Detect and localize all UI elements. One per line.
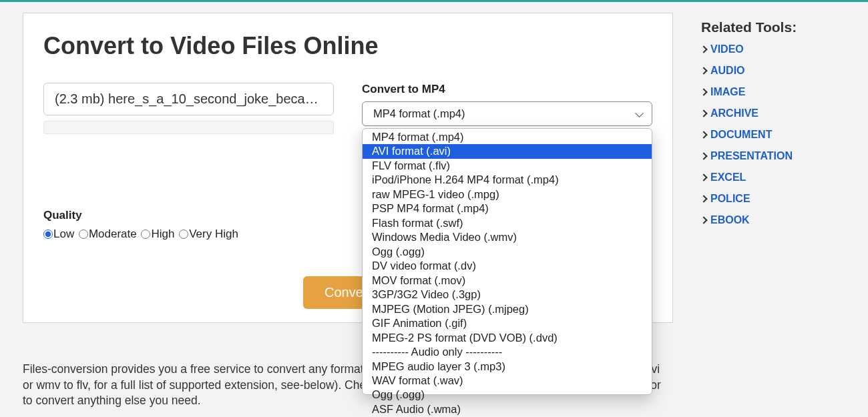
format-option[interactable]: MPEG-2 PS format (DVD VOB) (.dvd): [363, 331, 652, 345]
chevron-right-icon: [700, 131, 707, 138]
format-option[interactable]: DV video format (.dv): [363, 259, 652, 273]
format-option[interactable]: MJPEG (Motion JPEG) (.mjpeg): [363, 302, 652, 316]
chevron-right-icon: [700, 173, 707, 181]
quality-label: Quality: [43, 209, 334, 222]
quality-option-very-high[interactable]: Very High: [179, 228, 238, 241]
radio-low[interactable]: [43, 230, 53, 239]
upload-progress-bar: [43, 121, 334, 134]
format-option[interactable]: raw MPEG-1 video (.mpg): [363, 187, 652, 201]
format-option[interactable]: Ogg (.ogg): [363, 388, 652, 402]
chevron-right-icon: [700, 67, 707, 74]
chevron-right-icon: [700, 45, 707, 53]
chevron-right-icon: [700, 109, 707, 117]
sidebar-item-excel[interactable]: EXCEL: [701, 171, 845, 183]
format-option[interactable]: 3GP/3G2 Video (.3gp): [363, 288, 652, 302]
format-option[interactable]: Ogg (.ogg): [363, 245, 652, 259]
convert-to-label: Convert to MP4: [362, 83, 652, 96]
sidebar-item-image[interactable]: IMAGE: [701, 86, 845, 98]
format-option[interactable]: WAV format (.wav): [363, 374, 652, 388]
sidebar-item-document[interactable]: DOCUMENT: [701, 129, 845, 141]
chevron-right-icon: [700, 88, 707, 95]
sidebar-item-police[interactable]: POLICE: [701, 193, 845, 205]
format-option[interactable]: ASF Audio (.wma): [363, 402, 652, 416]
sidebar-item-label: ARCHIVE: [710, 107, 758, 119]
format-option[interactable]: iPod/iPhone H.264 MP4 format (.mp4): [363, 173, 652, 187]
sidebar-item-label: DOCUMENT: [710, 129, 772, 141]
sidebar-item-label: EBOOK: [710, 214, 750, 226]
sidebar-item-label: EXCEL: [710, 171, 746, 183]
format-option[interactable]: MP4 format (.mp4): [363, 130, 652, 144]
format-option[interactable]: Windows Media Video (.wmv): [363, 230, 652, 244]
sidebar-item-label: PRESENTATION: [710, 150, 793, 162]
sidebar-item-presentation[interactable]: PRESENTATION: [701, 150, 845, 162]
selected-file-box[interactable]: (2.3 mb) here_s_a_10_second_joke_becau…: [43, 83, 334, 115]
sidebar-item-ebook[interactable]: EBOOK: [701, 214, 845, 226]
format-option[interactable]: ---------- Audio only ----------: [363, 345, 652, 359]
quality-option-moderate[interactable]: Moderate: [79, 228, 137, 241]
quality-option-high[interactable]: High: [141, 228, 174, 241]
sidebar-title: Related Tools:: [701, 19, 845, 35]
sidebar-item-label: VIDEO: [710, 43, 744, 55]
sidebar-item-video[interactable]: VIDEO: [701, 43, 845, 55]
chevron-right-icon: [700, 152, 707, 159]
format-option[interactable]: AVI format (.avi): [363, 144, 652, 158]
quality-option-low[interactable]: Low: [43, 228, 74, 241]
related-tools-sidebar: Related Tools: VIDEOAUDIOIMAGEARCHIVEDOC…: [701, 13, 845, 236]
sidebar-item-label: IMAGE: [710, 86, 745, 98]
format-option[interactable]: GIF Animation (.gif): [363, 316, 652, 330]
format-option[interactable]: Flash format (.swf): [363, 216, 652, 230]
radio-very-high[interactable]: [179, 230, 188, 239]
format-option[interactable]: FLV format (.flv): [363, 159, 652, 173]
convert-card: Convert to Video Files Online (2.3 mb) h…: [23, 13, 673, 323]
sidebar-item-label: POLICE: [710, 193, 750, 205]
sidebar-item-archive[interactable]: ARCHIVE: [701, 107, 845, 119]
radio-high[interactable]: [141, 230, 150, 239]
chevron-right-icon: [700, 216, 707, 224]
format-select[interactable]: MP4 format (.mp4): [362, 101, 652, 126]
radio-moderate[interactable]: [79, 230, 88, 239]
page-title: Convert to Video Files Online: [43, 32, 652, 60]
sidebar-item-audio[interactable]: AUDIO: [701, 65, 845, 77]
chevron-right-icon: [700, 195, 707, 202]
quality-radio-group: Low Moderate High Very High: [43, 228, 334, 242]
format-option[interactable]: PSP MP4 format (.mp4): [363, 201, 652, 216]
format-select-wrap: MP4 format (.mp4) MP4 format (.mp4)AVI f…: [362, 101, 652, 126]
format-option[interactable]: MPEG audio layer 3 (.mp3): [363, 360, 652, 374]
sidebar-item-label: AUDIO: [710, 65, 745, 77]
format-option[interactable]: MOV format (.mov): [363, 274, 652, 288]
format-dropdown: MP4 format (.mp4)AVI format (.avi)FLV fo…: [362, 128, 652, 395]
